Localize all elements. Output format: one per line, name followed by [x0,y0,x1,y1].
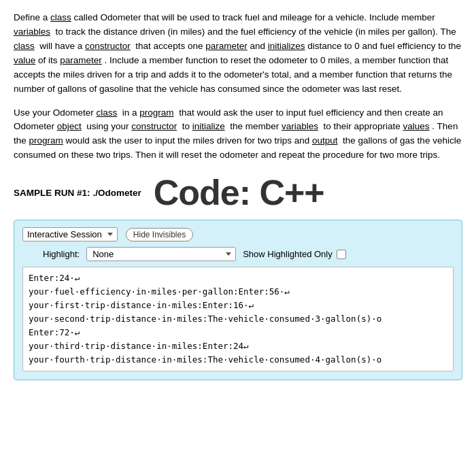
session-dropdown[interactable]: Interactive Session [22,227,118,241]
show-highlighted-checkbox[interactable] [337,250,346,259]
show-highlighted-only-label: Show Highlighted Only [243,249,346,259]
sample-run-label: SAMPLE RUN #1: [14,188,90,198]
sample-run-area: SAMPLE RUN #1: ./Odometer Code: C++ [14,172,462,213]
highlight-value: None [92,249,223,259]
hide-invisibles-button[interactable]: Hide Invisibles [126,228,193,241]
dropdown-arrow-icon [107,233,113,236]
code-cpp-label: Code: C++ [154,172,324,213]
sample-run-label-area: SAMPLE RUN #1: ./Odometer [14,187,141,198]
description-paragraph-2: Use your Odometer class in a program tha… [14,106,462,163]
highlight-dropdown-arrow-icon [226,252,231,256]
session-label: Interactive Session [27,229,102,239]
description: Define a class called Odometer that will… [14,11,462,163]
interactive-container: Interactive Session Hide Invisibles High… [14,220,462,380]
highlight-label: Highlight: [43,249,80,259]
toolbar-row: Interactive Session Hide Invisibles [22,227,454,241]
description-paragraph-1: Define a class called Odometer that will… [14,11,462,97]
sample-run-filename: ./Odometer [92,188,141,198]
session-content: Enter:24·↵ your·fuel·efficiency·in·miles… [22,267,454,371]
highlight-select[interactable]: None [86,247,236,261]
highlight-row: Highlight: None Show Highlighted Only [22,247,454,261]
